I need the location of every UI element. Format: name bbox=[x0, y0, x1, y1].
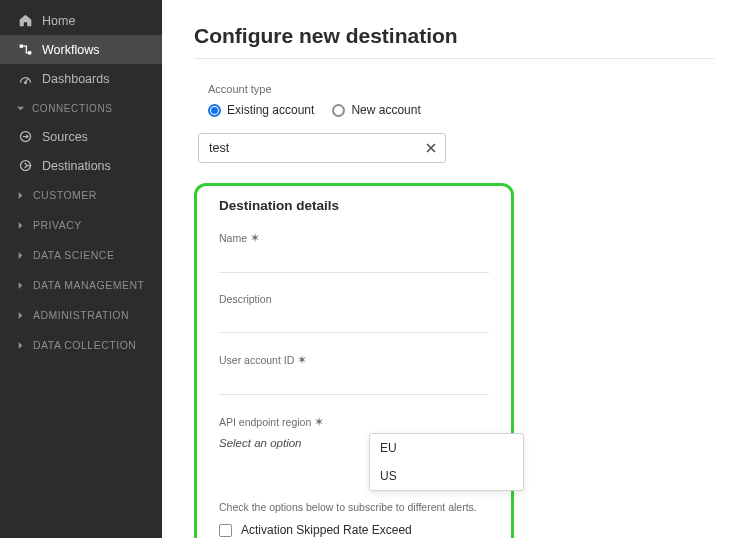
field-name: Name✶ bbox=[219, 231, 489, 285]
user-account-id-input[interactable] bbox=[219, 369, 489, 395]
sidebar-group-data-science[interactable]: DATA SCIENCE bbox=[0, 240, 162, 270]
account-type-radios: Existing account New account bbox=[208, 103, 714, 117]
select-placeholder: Select an option bbox=[219, 437, 301, 449]
field-label-text: API endpoint region bbox=[219, 416, 311, 428]
dropdown-item-eu[interactable]: EU bbox=[370, 434, 523, 462]
sources-icon bbox=[18, 129, 33, 144]
chevron-right-icon bbox=[16, 251, 25, 260]
group-label: ADMINISTRATION bbox=[33, 309, 129, 321]
main-content: Configure new destination Account type E… bbox=[162, 0, 750, 538]
sidebar-group-data-management[interactable]: DATA MANAGEMENT bbox=[0, 270, 162, 300]
page-title: Configure new destination bbox=[194, 24, 714, 59]
dropdown-item-us[interactable]: US bbox=[370, 462, 523, 490]
sidebar-item-home[interactable]: Home bbox=[0, 6, 162, 35]
sidebar-item-dashboards[interactable]: Dashboards bbox=[0, 64, 162, 93]
sidebar-item-label: Dashboards bbox=[42, 72, 109, 86]
description-input[interactable] bbox=[219, 307, 489, 333]
group-label: CUSTOMER bbox=[33, 189, 97, 201]
group-label: PRIVACY bbox=[33, 219, 82, 231]
sidebar-item-label: Home bbox=[42, 14, 75, 28]
sidebar-group-customer[interactable]: CUSTOMER bbox=[0, 180, 162, 210]
sidebar-item-label: Destinations bbox=[42, 159, 111, 173]
chevron-right-icon bbox=[16, 341, 25, 350]
sidebar-group-data-collection[interactable]: DATA COLLECTION bbox=[0, 330, 162, 360]
sidebar: Home Workflows Dashboards CONNECTIONS So… bbox=[0, 0, 162, 538]
radio-icon bbox=[208, 104, 221, 117]
group-label: DATA MANAGEMENT bbox=[33, 279, 145, 291]
radio-existing-account[interactable]: Existing account bbox=[208, 103, 314, 117]
home-icon bbox=[18, 13, 33, 28]
sidebar-item-sources[interactable]: Sources bbox=[0, 122, 162, 151]
sidebar-section-connections[interactable]: CONNECTIONS bbox=[0, 93, 162, 122]
name-input[interactable] bbox=[219, 247, 489, 273]
checkbox-label: Activation Skipped Rate Exceed bbox=[241, 523, 412, 537]
group-label: DATA SCIENCE bbox=[33, 249, 114, 261]
chevron-right-icon bbox=[16, 281, 25, 290]
field-label-text: User account ID bbox=[219, 354, 294, 366]
svg-line-3 bbox=[26, 79, 29, 82]
sidebar-group-privacy[interactable]: PRIVACY bbox=[0, 210, 162, 240]
sidebar-item-label: Sources bbox=[42, 130, 88, 144]
dashboard-icon bbox=[18, 71, 33, 86]
alerts-description: Check the options below to subscribe to … bbox=[219, 501, 489, 513]
clear-icon[interactable] bbox=[424, 141, 438, 155]
sidebar-item-destinations[interactable]: Destinations bbox=[0, 151, 162, 180]
field-label-text: Name bbox=[219, 232, 247, 244]
field-description: Description bbox=[219, 293, 489, 345]
alert-checkbox-row[interactable]: Activation Skipped Rate Exceed bbox=[219, 523, 489, 537]
svg-rect-0 bbox=[20, 45, 23, 48]
required-asterisk: ✶ bbox=[250, 231, 260, 245]
required-asterisk: ✶ bbox=[297, 353, 307, 367]
sidebar-item-label: Workflows bbox=[42, 43, 99, 57]
checkbox-icon bbox=[219, 524, 232, 537]
sidebar-item-workflows[interactable]: Workflows bbox=[0, 35, 162, 64]
field-label-text: Description bbox=[219, 293, 272, 305]
sidebar-group-administration[interactable]: ADMINISTRATION bbox=[0, 300, 162, 330]
chevron-down-icon bbox=[16, 104, 25, 113]
account-search-input[interactable] bbox=[198, 133, 446, 163]
account-type-label: Account type bbox=[208, 83, 714, 95]
radio-label: New account bbox=[351, 103, 420, 117]
account-search-wrap bbox=[198, 133, 446, 163]
radio-new-account[interactable]: New account bbox=[332, 103, 420, 117]
details-title: Destination details bbox=[219, 198, 489, 213]
svg-rect-1 bbox=[28, 51, 31, 54]
chevron-right-icon bbox=[16, 191, 25, 200]
chevron-right-icon bbox=[16, 311, 25, 320]
group-label: DATA COLLECTION bbox=[33, 339, 136, 351]
destinations-icon bbox=[18, 158, 33, 173]
required-asterisk: ✶ bbox=[314, 415, 324, 429]
field-user-account-id: User account ID✶ bbox=[219, 353, 489, 407]
section-label: CONNECTIONS bbox=[32, 103, 113, 114]
radio-label: Existing account bbox=[227, 103, 314, 117]
chevron-right-icon bbox=[16, 221, 25, 230]
workflow-icon bbox=[18, 42, 33, 57]
api-region-dropdown: EU US bbox=[369, 433, 524, 491]
radio-icon bbox=[332, 104, 345, 117]
